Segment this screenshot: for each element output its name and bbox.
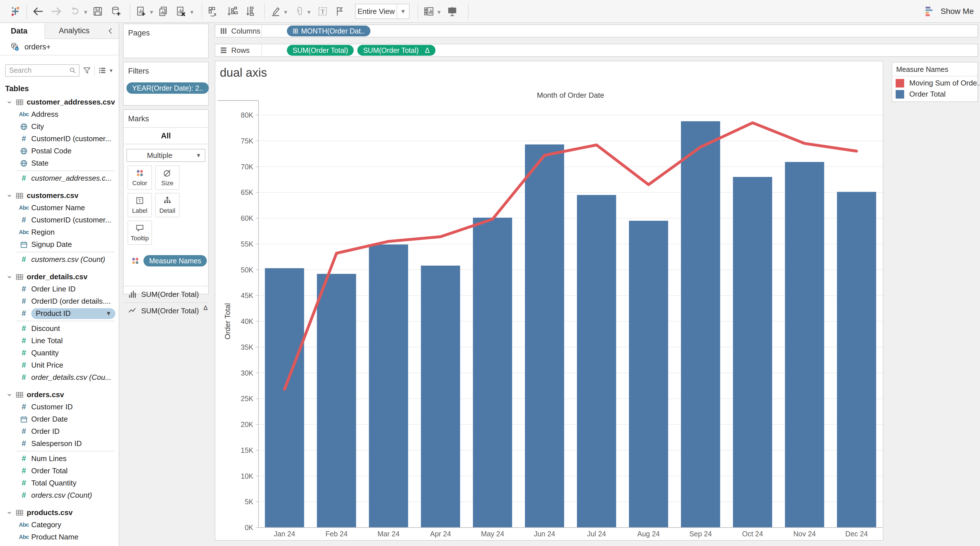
filter-pill[interactable]: YEAR(Order Date): 2.. bbox=[126, 83, 209, 94]
field-item[interactable]: AbcCustomer Name bbox=[0, 202, 119, 214]
field-item[interactable]: Postal Code bbox=[0, 145, 119, 157]
field-item[interactable]: #CustomerID (customer... bbox=[0, 214, 119, 226]
new-worksheet-button[interactable] bbox=[134, 4, 148, 19]
field-item[interactable]: AbcRegion bbox=[0, 226, 119, 238]
worksheet-view[interactable]: 0K5K10K15K20K25K30K35K40K45K50K55K60K65K… bbox=[215, 61, 883, 541]
expand-caret-icon[interactable] bbox=[6, 392, 13, 398]
detail-button[interactable]: Detail bbox=[155, 193, 180, 217]
pages-card[interactable]: Pages bbox=[123, 24, 209, 58]
field-item[interactable]: #customer_addresses.c... bbox=[0, 172, 119, 185]
table-header[interactable]: order_details.csv bbox=[0, 271, 119, 283]
label-button[interactable]: TLabel bbox=[127, 193, 152, 217]
field-item[interactable]: AbcAddress bbox=[0, 108, 119, 121]
field-item[interactable]: #orders.csv (Count) bbox=[0, 489, 119, 501]
field-item[interactable]: Order Date bbox=[0, 413, 119, 425]
field-item[interactable]: #CustomerID (customer... bbox=[0, 133, 119, 145]
bar-mark[interactable] bbox=[317, 274, 356, 527]
field-menu-caret-icon[interactable]: ▼ bbox=[106, 310, 111, 317]
field-item[interactable]: #Unit Price bbox=[0, 359, 119, 371]
field-item[interactable]: #OrderID (order details.... bbox=[0, 295, 119, 307]
sort-descending-button[interactable] bbox=[244, 4, 258, 19]
legend-entry[interactable]: Moving Sum of Orde.. bbox=[892, 76, 977, 88]
clear-sheet-caret-icon[interactable]: ▾ bbox=[190, 8, 193, 16]
tab-data[interactable]: Data bbox=[0, 23, 45, 39]
tab-analytics[interactable]: Analytics bbox=[45, 23, 119, 39]
new-worksheet-caret-icon[interactable]: ▾ bbox=[150, 8, 153, 16]
fix-axes-button[interactable] bbox=[332, 4, 347, 19]
bar-mark[interactable] bbox=[421, 266, 460, 527]
field-item[interactable]: AbcCategory bbox=[0, 519, 119, 531]
marks-tab-all[interactable]: All bbox=[124, 127, 208, 144]
replay-caret-icon[interactable]: ▾ bbox=[84, 8, 87, 16]
collapse-pane-icon[interactable] bbox=[106, 27, 115, 35]
measure-names-legend[interactable]: Measure Names Moving Sum of Orde.. Order… bbox=[892, 62, 978, 102]
highlight-caret-icon[interactable]: ▾ bbox=[284, 8, 287, 16]
columns-shelf[interactable]: Columns ⊞MONTH(Order Dat.. bbox=[215, 24, 978, 38]
field-item[interactable]: Signup Date bbox=[0, 238, 119, 251]
table-header[interactable]: products.csv bbox=[0, 506, 119, 519]
field-item[interactable]: #Num Lines bbox=[0, 452, 119, 465]
tooltip-button[interactable]: Tooltip bbox=[127, 220, 152, 245]
field-item[interactable]: #Order Total bbox=[0, 465, 119, 477]
show-me-button[interactable]: Show Me bbox=[924, 4, 974, 19]
field-item[interactable]: #Line Total bbox=[0, 335, 119, 347]
highlight-button[interactable] bbox=[268, 4, 283, 19]
bar-mark[interactable] bbox=[577, 195, 616, 527]
group-members-caret-icon[interactable]: ▾ bbox=[307, 8, 310, 16]
mark-type-dropdown[interactable]: Multiple ▼ bbox=[126, 149, 205, 162]
search-input[interactable] bbox=[9, 66, 69, 75]
clear-sheet-button[interactable] bbox=[173, 4, 188, 19]
group-members-button[interactable] bbox=[292, 4, 307, 19]
fit-selector-button[interactable] bbox=[422, 4, 436, 19]
expand-caret-icon[interactable] bbox=[6, 99, 13, 105]
filter-fields-icon[interactable] bbox=[83, 66, 91, 75]
bar-mark[interactable] bbox=[629, 221, 668, 527]
field-item[interactable]: #Salesperson ID bbox=[0, 438, 119, 450]
bar-mark[interactable] bbox=[681, 121, 720, 527]
field-item[interactable]: #Customer ID bbox=[0, 401, 119, 413]
field-item[interactable]: # Product ID ▼ bbox=[0, 307, 119, 320]
new-data-source-button[interactable] bbox=[108, 4, 123, 19]
bar-mark[interactable] bbox=[837, 192, 876, 527]
save-button[interactable] bbox=[90, 4, 105, 19]
filters-card[interactable]: Filters YEAR(Order Date): 2.. bbox=[123, 62, 209, 106]
rows-shelf[interactable]: Rows SUM(Order Total)SUM(Order Total)Δ bbox=[215, 44, 978, 57]
field-item[interactable]: #Order Line ID bbox=[0, 283, 119, 295]
redo-button[interactable] bbox=[49, 4, 64, 19]
field-item[interactable]: #order_details.csv (Cou... bbox=[0, 371, 119, 384]
replay-button[interactable] bbox=[68, 4, 83, 19]
field-item[interactable]: #Order ID bbox=[0, 425, 119, 438]
bar-mark[interactable] bbox=[733, 177, 772, 527]
table-header[interactable]: customer_addresses.csv bbox=[0, 96, 119, 108]
field-item[interactable]: #ProductID (products.cs... bbox=[0, 543, 119, 546]
duplicate-sheet-button[interactable] bbox=[156, 4, 170, 19]
expand-caret-icon[interactable] bbox=[6, 274, 13, 280]
bar-mark[interactable] bbox=[369, 245, 408, 527]
fit-selector-caret-icon[interactable]: ▾ bbox=[438, 8, 441, 16]
rows-pill[interactable]: SUM(Order Total) bbox=[287, 45, 354, 56]
field-item[interactable]: #customers.csv (Count) bbox=[0, 253, 119, 266]
bar-mark[interactable] bbox=[265, 268, 304, 527]
field-item[interactable]: #Discount bbox=[0, 322, 119, 335]
fit-dropdown[interactable]: Entire View ▼ bbox=[355, 4, 410, 19]
expand-caret-icon[interactable] bbox=[6, 193, 13, 199]
marks-measure-section[interactable]: SUM(Order Total)Δ bbox=[124, 303, 208, 319]
legend-entry[interactable]: Order Total bbox=[892, 88, 977, 99]
undo-button[interactable] bbox=[31, 4, 45, 19]
view-options-icon[interactable] bbox=[98, 66, 107, 75]
selected-field-pill[interactable]: Product ID ▼ bbox=[31, 308, 115, 319]
rows-pill[interactable]: SUM(Order Total)Δ bbox=[357, 45, 435, 56]
bar-mark[interactable] bbox=[525, 144, 564, 527]
field-item[interactable]: AbcProduct Name bbox=[0, 531, 119, 543]
measure-names-pill[interactable]: Measure Names bbox=[143, 255, 207, 266]
field-item[interactable]: #Quantity bbox=[0, 347, 119, 359]
marks-card[interactable]: Marks All Multiple ▼ ColorSizeTLabelDeta… bbox=[123, 109, 209, 294]
search-field[interactable] bbox=[5, 64, 80, 77]
sort-ascending-button[interactable] bbox=[225, 4, 240, 19]
field-item[interactable]: #Total Quantity bbox=[0, 477, 119, 489]
show-mark-labels-button[interactable]: T bbox=[315, 4, 330, 19]
field-item[interactable]: State bbox=[0, 157, 119, 169]
dual-axis-chart[interactable]: 0K5K10K15K20K25K30K35K40K45K50K55K60K65K… bbox=[215, 61, 884, 541]
field-item[interactable]: City bbox=[0, 121, 119, 133]
presentation-mode-button[interactable] bbox=[445, 4, 460, 19]
